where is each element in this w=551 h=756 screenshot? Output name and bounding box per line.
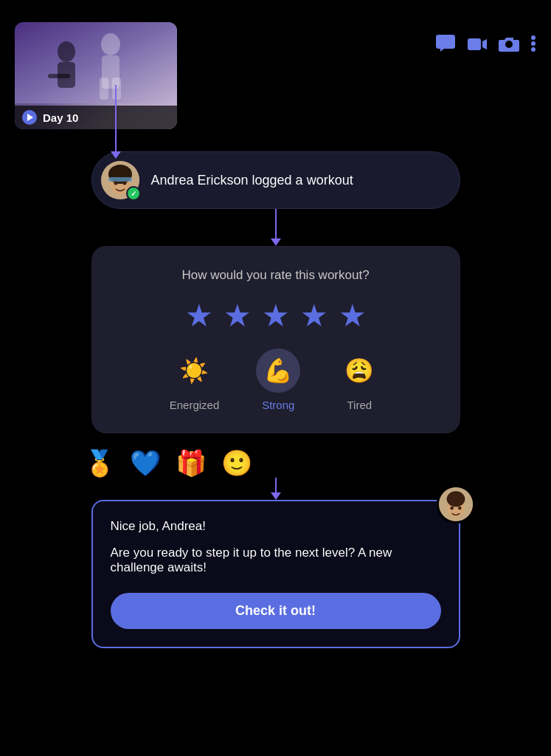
connector-2-line (275, 478, 277, 492)
message-line-2: Are you ready to step it up to the next … (111, 546, 441, 575)
connector-2-arrow (271, 492, 281, 500)
star-1[interactable]: ★ (185, 298, 213, 334)
energized-emoji: ☀️ (179, 357, 209, 385)
notification-card: ✓ Andrea Erickson logged a workout (91, 151, 460, 209)
svg-rect-6 (100, 78, 108, 100)
svg-point-10 (531, 35, 536, 40)
feelings-row: ☀️ Energized 💪 Strong 😩 T (170, 348, 382, 411)
rating-section: How would you rate this workout? ★ ★ ★ ★… (55, 246, 497, 500)
rating-question: How would you rate this workout? (181, 268, 369, 283)
feeling-strong[interactable]: 💪 Strong (256, 348, 300, 411)
arrow-1 (111, 85, 121, 159)
section-wrapper: ✓ Andrea Erickson logged a workout How w… (15, 151, 536, 648)
check-badge: ✓ (126, 186, 141, 201)
check-it-out-button[interactable]: Check it out! (111, 593, 441, 629)
message-section: Nice job, Andrea! Are you ready to step … (91, 500, 460, 648)
check-mark-icon: ✓ (131, 190, 136, 198)
star-5[interactable]: ★ (339, 298, 367, 334)
star-4[interactable]: ★ (300, 298, 328, 334)
message-line-1: Nice job, Andrea! (111, 519, 441, 534)
svg-point-11 (531, 41, 536, 46)
stars-row: ★ ★ ★ ★ ★ (185, 298, 367, 334)
connector-1-line (275, 209, 277, 238)
play-icon[interactable] (22, 110, 37, 125)
right-side (434, 22, 536, 58)
avatar-container: ✓ (101, 161, 139, 199)
svg-point-12 (531, 47, 536, 52)
strong-label: Strong (262, 399, 294, 411)
strong-emoji: 💪 (263, 357, 293, 385)
svg-point-4 (101, 33, 120, 55)
video-small-icon[interactable] (467, 34, 488, 58)
arrow-1-line (115, 85, 117, 151)
workout-thumbnail[interactable]: Day 10 (15, 22, 177, 129)
bottom-icons-row: 🏅 💙 🎁 🙂 (55, 433, 497, 478)
svg-point-17 (114, 182, 117, 185)
svg-rect-3 (48, 74, 70, 78)
message-avatar (437, 485, 475, 523)
notification-section: ✓ Andrea Erickson logged a workout (91, 151, 460, 246)
rating-card: How would you rate this workout? ★ ★ ★ ★… (91, 246, 460, 433)
heart-icon[interactable]: 💙 (130, 448, 161, 478)
energized-label: Energized (170, 399, 220, 411)
svg-point-21 (446, 491, 465, 506)
medal-icon[interactable]: 🏅 (84, 448, 115, 478)
connector-1-arrow (271, 238, 281, 246)
svg-rect-16 (108, 177, 132, 182)
top-row: Day 10 (15, 22, 536, 129)
tired-label: Tired (347, 399, 372, 411)
feeling-energized[interactable]: ☀️ Energized (170, 348, 220, 411)
svg-rect-8 (468, 38, 481, 50)
energized-emoji-container: ☀️ (172, 348, 216, 393)
chat-icon[interactable] (434, 33, 457, 58)
svg-rect-0 (15, 22, 177, 103)
message-card: Nice job, Andrea! Are you ready to step … (91, 500, 460, 648)
camera-icon[interactable] (498, 34, 520, 58)
svg-point-18 (122, 182, 126, 185)
svg-marker-9 (482, 39, 487, 49)
connector-1 (271, 209, 281, 246)
connector-2 (271, 478, 281, 500)
gift-icon[interactable]: 🎁 (176, 448, 207, 478)
smiley-icon[interactable]: 🙂 (221, 448, 252, 478)
arrow-1-head (111, 151, 121, 159)
svg-point-1 (58, 41, 75, 62)
svg-point-22 (450, 506, 453, 509)
feeling-tired[interactable]: 😩 Tired (337, 348, 381, 411)
star-2[interactable]: ★ (223, 298, 252, 334)
strong-emoji-container: 💪 (256, 348, 300, 393)
notification-text: Andrea Erickson logged a workout (151, 173, 353, 188)
tired-emoji: 😩 (344, 357, 374, 385)
tired-emoji-container: 😩 (337, 348, 381, 393)
page-container: Day 10 (0, 0, 551, 756)
svg-point-23 (458, 506, 461, 509)
top-right-icons (434, 26, 536, 58)
menu-icon[interactable] (530, 34, 536, 58)
play-triangle-icon (27, 114, 33, 121)
day-label: Day 10 (43, 111, 78, 124)
star-3[interactable]: ★ (262, 298, 290, 334)
thumbnail-day-badge: Day 10 (15, 106, 177, 129)
